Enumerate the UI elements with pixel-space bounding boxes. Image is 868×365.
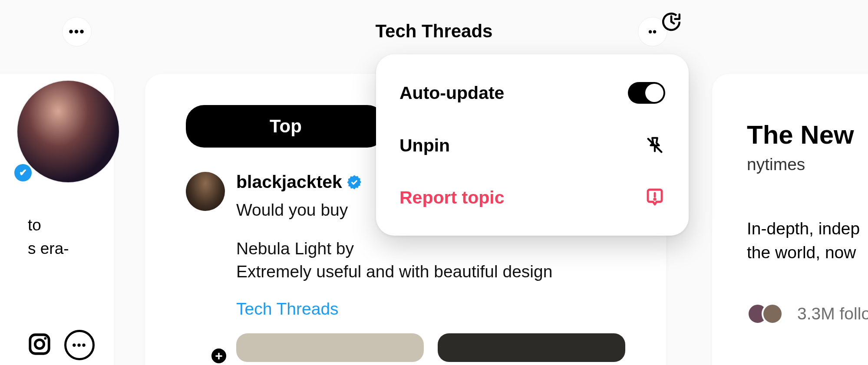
post-text-line: Nebula Light by: [236, 237, 625, 260]
menu-label: Report topic: [399, 187, 504, 208]
column-options-menu: Auto-update Unpin Report topic: [376, 54, 689, 236]
follow-add-icon[interactable]: +: [209, 346, 228, 365]
menu-item-auto-update[interactable]: Auto-update: [376, 66, 689, 119]
profile-name: The New: [747, 120, 868, 150]
report-icon: [644, 187, 665, 208]
follower-avatars-icon: [747, 303, 788, 325]
profile-links: •••: [27, 330, 95, 360]
left-column-card: ✔ to s era- •••: [0, 74, 114, 365]
verified-badge-icon: ✔: [14, 164, 32, 181]
profile-avatar[interactable]: [17, 81, 119, 182]
desc-line: In-depth, indep: [747, 217, 868, 240]
feed-tab-label: Top: [270, 116, 302, 137]
post-text-line: Extremely useful and with beautiful desi…: [236, 260, 625, 283]
post-media-thumb[interactable]: [438, 333, 625, 362]
bio-line: s era-: [28, 237, 69, 260]
instagram-icon[interactable]: [27, 332, 52, 358]
column-title: Tech Threads: [376, 21, 493, 42]
menu-label: Unpin: [399, 135, 450, 156]
auto-update-toggle[interactable]: [628, 82, 665, 104]
column-more-button[interactable]: •••: [63, 17, 91, 46]
svg-point-1: [35, 340, 44, 349]
column-header: ••• Tech Threads ••: [0, 0, 868, 61]
profile-bio: to s era-: [28, 214, 69, 260]
bio-line: to: [28, 214, 69, 237]
profile-handle[interactable]: nytimes: [747, 155, 868, 174]
right-column-card: The New nytimes In-depth, indep the worl…: [712, 74, 868, 365]
menu-item-report[interactable]: Report topic: [376, 171, 689, 224]
verified-badge-icon: [347, 174, 362, 190]
followers-row[interactable]: 3.3M follo: [747, 303, 868, 325]
menu-label: Auto-update: [399, 83, 504, 103]
post-avatar: [186, 172, 225, 211]
unpin-icon: [644, 135, 665, 156]
post-avatar-wrap[interactable]: +: [186, 172, 225, 362]
desc-line: the world, now: [747, 240, 868, 264]
menu-item-unpin[interactable]: Unpin: [376, 119, 689, 171]
post-username: blackjacktek: [236, 172, 342, 192]
more-links-button[interactable]: •••: [64, 330, 95, 360]
post-media-row: [236, 333, 625, 362]
follower-count: 3.3M follo: [797, 304, 868, 323]
profile-description: In-depth, indep the world, now: [747, 217, 868, 265]
post-media-thumb[interactable]: [236, 333, 424, 362]
feed-tab-top[interactable]: Top: [186, 105, 386, 148]
svg-point-3: [654, 199, 655, 200]
post-topic-link[interactable]: Tech Threads: [236, 299, 625, 319]
auto-refresh-icon: [660, 10, 683, 33]
svg-point-2: [44, 337, 46, 340]
